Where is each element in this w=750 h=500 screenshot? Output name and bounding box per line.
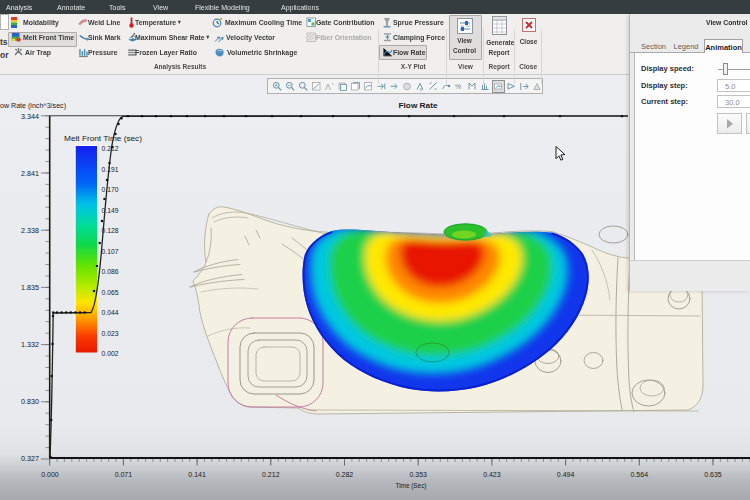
svg-text:2.338: 2.338 bbox=[21, 227, 39, 234]
svg-text:0.327: 0.327 bbox=[21, 455, 39, 462]
svg-text:0.564: 0.564 bbox=[631, 471, 649, 478]
svg-text:%: % bbox=[455, 83, 461, 90]
svg-text:0.044: 0.044 bbox=[102, 309, 119, 316]
svg-text:0.107: 0.107 bbox=[102, 248, 119, 255]
svg-text:0.000: 0.000 bbox=[41, 471, 59, 478]
svg-text:0.170: 0.170 bbox=[102, 186, 119, 193]
svg-text:0.494: 0.494 bbox=[557, 471, 575, 478]
svg-text:0.353: 0.353 bbox=[409, 471, 427, 478]
svg-text:0.830: 0.830 bbox=[21, 398, 39, 405]
svg-text:0.128: 0.128 bbox=[102, 227, 119, 234]
svg-text:0.282: 0.282 bbox=[336, 471, 354, 478]
svg-text:0.191: 0.191 bbox=[102, 166, 119, 173]
svg-text:Flow Rate: Flow Rate bbox=[399, 101, 438, 110]
svg-text:1.332: 1.332 bbox=[21, 341, 39, 348]
svg-text:0.023: 0.023 bbox=[102, 330, 119, 337]
svg-text:3.344: 3.344 bbox=[21, 113, 39, 120]
svg-text:0.212: 0.212 bbox=[102, 145, 119, 152]
svg-text:0.141: 0.141 bbox=[188, 471, 206, 478]
svg-text:2.841: 2.841 bbox=[21, 170, 39, 177]
svg-text:0.071: 0.071 bbox=[115, 471, 133, 478]
svg-text:0.002: 0.002 bbox=[102, 350, 119, 357]
svg-text:Melt Front Time (sec): Melt Front Time (sec) bbox=[64, 135, 142, 143]
svg-text:0.149: 0.149 bbox=[102, 207, 119, 214]
svg-text:Time (Sec): Time (Sec) bbox=[396, 482, 427, 490]
svg-text:1.835: 1.835 bbox=[21, 284, 39, 291]
svg-text:0.212: 0.212 bbox=[262, 471, 280, 478]
svg-text:ow Rate (inch^3/sec): ow Rate (inch^3/sec) bbox=[0, 102, 66, 110]
svg-text:0.086: 0.086 bbox=[102, 268, 119, 275]
svg-text:0.635: 0.635 bbox=[704, 471, 722, 478]
svg-text:0.065: 0.065 bbox=[102, 289, 119, 296]
svg-text:0.423: 0.423 bbox=[483, 471, 501, 478]
